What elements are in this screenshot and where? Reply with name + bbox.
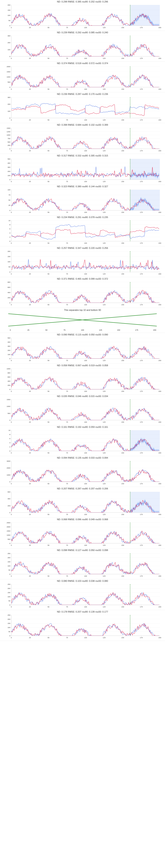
svg-text:200: 200 xyxy=(158,27,161,29)
svg-text:300: 300 xyxy=(8,35,10,37)
chart-9: ND: 0.257 RMSE: 0.347 rou90: 0.220 rou50… xyxy=(0,246,165,277)
svg-text:50: 50 xyxy=(48,27,49,29)
svg-text:0: 0 xyxy=(9,86,10,88)
svg-text:125: 125 xyxy=(103,514,106,516)
svg-text:200: 200 xyxy=(8,103,10,105)
svg-text:75: 75 xyxy=(66,483,68,485)
svg-text:100: 100 xyxy=(84,575,87,577)
svg-text:0: 0 xyxy=(11,391,12,392)
svg-text:0: 0 xyxy=(9,542,10,545)
svg-text:75: 75 xyxy=(66,575,68,577)
svg-text:25: 25 xyxy=(29,391,31,392)
chart-title-5: ND: 0.398 RMSE: 0.684 rou90: 0.102 rou50… xyxy=(0,124,165,126)
svg-text:250: 250 xyxy=(8,583,10,585)
svg-text:8: 8 xyxy=(9,434,10,435)
svg-text:4: 4 xyxy=(9,232,10,234)
svg-text:125: 125 xyxy=(103,58,106,59)
svg-text:0: 0 xyxy=(11,304,12,306)
svg-text:25: 25 xyxy=(29,452,31,454)
svg-text:0: 0 xyxy=(9,117,10,119)
svg-text:200: 200 xyxy=(8,4,10,6)
chart-6: ND: 0.317 RMSE: 0.332 rou90: 0.305 rou50… xyxy=(0,154,165,185)
svg-text:50: 50 xyxy=(48,545,49,546)
svg-text:0: 0 xyxy=(9,635,10,637)
svg-text:50: 50 xyxy=(48,58,49,59)
svg-text:175: 175 xyxy=(140,119,143,121)
svg-text:50: 50 xyxy=(48,119,49,121)
svg-text:150: 150 xyxy=(8,592,10,593)
svg-text:50: 50 xyxy=(48,514,49,516)
svg-text:2000: 2000 xyxy=(7,526,10,528)
svg-text:50: 50 xyxy=(8,199,10,201)
svg-text:0: 0 xyxy=(11,88,12,90)
svg-text:150: 150 xyxy=(121,637,124,639)
svg-text:200: 200 xyxy=(8,250,10,252)
svg-rect-71 xyxy=(11,36,160,56)
svg-text:400: 400 xyxy=(8,341,10,343)
svg-text:150: 150 xyxy=(8,256,10,257)
svg-text:175: 175 xyxy=(140,545,143,546)
svg-text:150: 150 xyxy=(8,561,10,563)
svg-text:100: 100 xyxy=(84,211,87,213)
svg-text:100: 100 xyxy=(84,421,87,423)
svg-text:200: 200 xyxy=(158,181,161,183)
chart-title-10: ND: 0.371 RMSE: 0.465 rou90: 0.099 rou50… xyxy=(0,278,165,280)
svg-text:150: 150 xyxy=(121,483,124,485)
svg-text:100: 100 xyxy=(84,304,87,306)
svg-text:25: 25 xyxy=(29,181,31,183)
svg-text:150: 150 xyxy=(121,545,124,546)
svg-text:200: 200 xyxy=(158,483,161,485)
svg-text:200: 200 xyxy=(8,349,10,351)
svg-text:150: 150 xyxy=(121,211,124,213)
svg-text:8: 8 xyxy=(9,224,10,226)
svg-text:75: 75 xyxy=(66,304,68,306)
svg-text:75: 75 xyxy=(63,329,66,331)
svg-text:6: 6 xyxy=(9,228,10,230)
svg-text:150: 150 xyxy=(121,452,124,454)
svg-text:200: 200 xyxy=(158,637,161,639)
svg-text:0: 0 xyxy=(11,360,12,362)
chart-title-16: ND: 0.207 RMSE: 0.287 rou90: 0.207 rou50… xyxy=(0,487,165,490)
svg-text:125: 125 xyxy=(103,242,106,244)
svg-text:175: 175 xyxy=(140,58,143,59)
chart-4: ND: 0.236 RMSE: 0.287 rou90: 0.170 rou50… xyxy=(0,92,165,123)
svg-text:75: 75 xyxy=(66,421,68,423)
svg-text:125: 125 xyxy=(103,360,106,362)
svg-text:3000: 3000 xyxy=(7,460,10,462)
svg-text:400: 400 xyxy=(8,380,10,382)
svg-text:150: 150 xyxy=(121,27,124,29)
svg-text:0: 0 xyxy=(11,150,12,152)
svg-text:200: 200 xyxy=(158,421,161,423)
svg-text:100: 100 xyxy=(8,261,10,263)
svg-rect-777 xyxy=(11,615,160,636)
svg-text:0: 0 xyxy=(11,242,12,244)
svg-text:100: 100 xyxy=(84,119,87,121)
svg-text:0: 0 xyxy=(9,512,10,514)
svg-text:1000: 1000 xyxy=(7,534,10,536)
svg-text:2000: 2000 xyxy=(7,467,10,469)
svg-text:125: 125 xyxy=(103,150,106,152)
svg-text:125: 125 xyxy=(103,452,106,454)
svg-text:25: 25 xyxy=(29,304,31,306)
svg-text:0: 0 xyxy=(9,302,10,304)
svg-rect-657 xyxy=(11,523,160,543)
svg-text:75: 75 xyxy=(66,119,68,121)
svg-text:25: 25 xyxy=(29,88,31,90)
svg-text:750: 750 xyxy=(8,137,10,140)
svg-text:250: 250 xyxy=(8,145,10,146)
svg-text:200: 200 xyxy=(153,329,156,331)
chart-title-13: ND: 0.035 RMSE: 0.046 rou90: 0.015 rou50… xyxy=(0,395,165,397)
svg-text:500: 500 xyxy=(8,538,10,540)
svg-text:175: 175 xyxy=(140,211,143,213)
svg-text:1250: 1250 xyxy=(7,131,10,133)
svg-text:200: 200 xyxy=(158,606,161,608)
svg-text:175: 175 xyxy=(140,483,143,485)
svg-text:0: 0 xyxy=(11,514,12,516)
svg-text:75: 75 xyxy=(66,88,68,90)
svg-text:175: 175 xyxy=(140,575,143,577)
svg-text:100: 100 xyxy=(84,483,87,485)
svg-text:150: 150 xyxy=(8,622,10,624)
chart-20: ND: 0.178 RMSE: 0.207 rou90: 0.139 rou50… xyxy=(0,610,165,641)
svg-text:6: 6 xyxy=(9,438,10,440)
svg-text:200: 200 xyxy=(158,514,161,516)
